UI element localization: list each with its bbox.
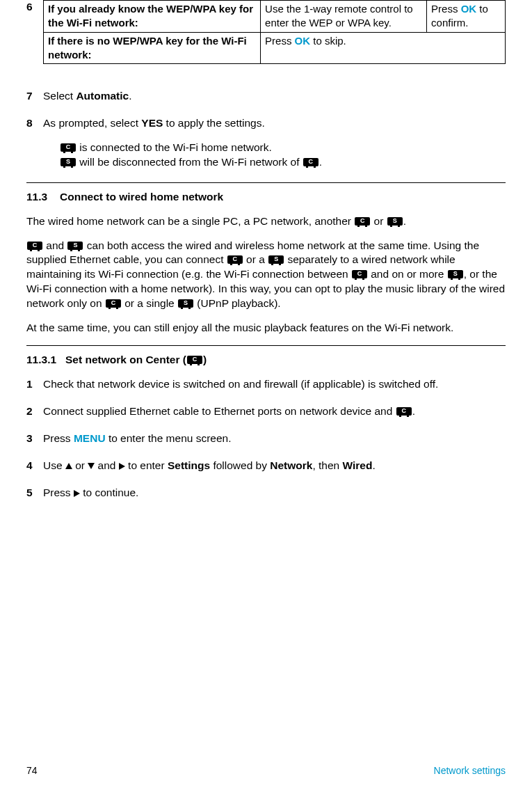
footer-section-label: Network settings <box>434 764 506 777</box>
section-divider <box>26 182 506 183</box>
center-icon <box>352 270 367 278</box>
step-body: Press to continue. <box>43 486 506 500</box>
step-8-results: is connected to the Wi-Fi home network. … <box>60 141 506 170</box>
step-number: 5 <box>26 486 43 500</box>
step-body: Check that network device is switched on… <box>43 377 506 392</box>
step-body: Use or and to enter Settings followed by… <box>43 459 506 473</box>
ok-label: OK <box>295 35 311 47</box>
table-r2-c2: Press OK to skip. <box>261 32 506 64</box>
center-icon <box>61 143 76 152</box>
section-11-3-heading: 11.3Connect to wired home network <box>26 190 506 205</box>
table-r1-c2: Use the 1-way remote control to enter th… <box>261 1 427 33</box>
station-icon <box>268 255 284 264</box>
center-icon <box>396 407 412 416</box>
station-icon <box>61 158 76 166</box>
center-icon <box>227 255 243 264</box>
menu-label: MENU <box>74 432 106 444</box>
step-body: Press MENU to enter the menu screen. <box>43 432 506 446</box>
center-icon <box>303 158 319 166</box>
step-1131-2: 2 Connect supplied Ethernet cable to Eth… <box>26 404 506 419</box>
down-arrow-icon <box>88 463 95 469</box>
step-8: 8 As prompted, select YES to apply the s… <box>26 116 506 170</box>
page-number: 74 <box>26 764 38 777</box>
step-number: 2 <box>26 404 43 419</box>
station-icon <box>178 299 193 308</box>
step-7-number: 7 <box>26 89 43 104</box>
section-divider <box>26 345 506 346</box>
step-body: Connect supplied Ethernet cable to Ether… <box>43 404 506 419</box>
station-icon <box>67 242 83 250</box>
up-arrow-icon <box>65 463 72 469</box>
ok-label: OK <box>461 3 477 15</box>
station-icon <box>448 270 463 278</box>
right-arrow-icon <box>119 463 125 470</box>
step-number: 1 <box>26 377 43 392</box>
center-icon <box>355 217 370 226</box>
section-11-3-p3: At the same time, you can still enjoy al… <box>26 321 506 335</box>
step-8-body: As prompted, select YES to apply the set… <box>43 116 506 170</box>
table-r1-c1: If you already know the WEP/WPA key for … <box>44 1 261 33</box>
step-1131-5: 5 Press to continue. <box>26 486 506 500</box>
table-r2-c1: If there is no WEP/WPA key for the Wi-Fi… <box>44 32 261 64</box>
step-7-body: Select Automatic. <box>43 89 506 104</box>
wep-wpa-table: If you already know the WEP/WPA key for … <box>43 0 506 64</box>
step-6-number: 6 <box>26 0 43 77</box>
center-icon <box>27 242 42 250</box>
step-1131-1: 1 Check that network device is switched … <box>26 377 506 392</box>
step-1131-4: 4 Use or and to enter Settings followed … <box>26 459 506 473</box>
center-icon <box>187 356 202 364</box>
step-6-body: If you already know the WEP/WPA key for … <box>43 0 506 77</box>
center-icon <box>106 299 121 308</box>
right-arrow-icon <box>74 490 80 497</box>
step-number: 4 <box>26 459 43 473</box>
step-8-number: 8 <box>26 116 43 170</box>
step-number: 3 <box>26 432 43 446</box>
step-7: 7 Select Automatic. <box>26 89 506 104</box>
section-11-3-1-heading: 11.3.1Set network on Center () <box>26 353 506 368</box>
step-1131-3: 3 Press MENU to enter the menu screen. <box>26 432 506 446</box>
section-11-3-p2: and can both access the wired and wirele… <box>26 239 506 312</box>
section-11-3-intro: The wired home network can be a single P… <box>26 214 506 229</box>
page-footer: 74 Network settings <box>26 764 506 777</box>
station-icon <box>387 217 403 226</box>
table-r1-c3: Press OK to confirm. <box>427 1 506 33</box>
